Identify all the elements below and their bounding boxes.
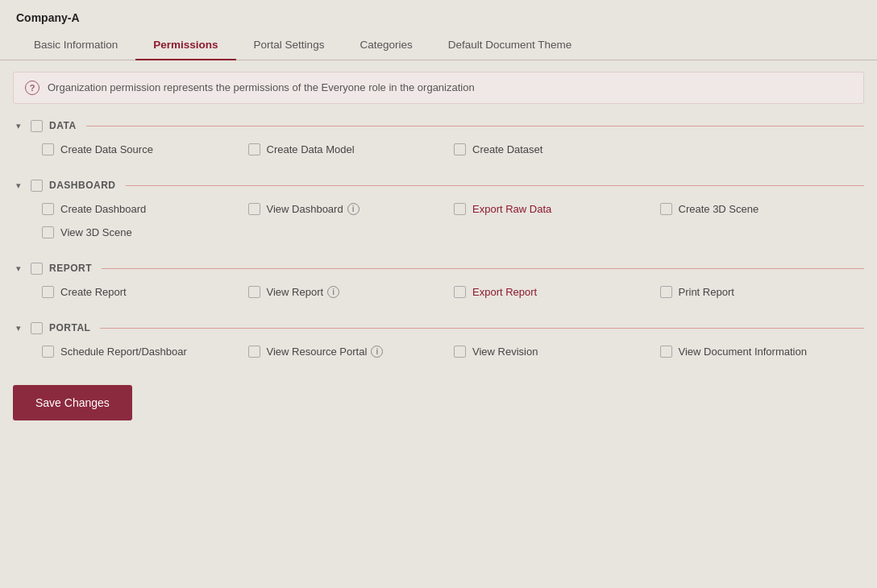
section-report: ▾REPORTCreate ReportView ReportiExport R…	[13, 255, 864, 309]
tab-categories[interactable]: Categories	[342, 31, 430, 60]
tab-permissions[interactable]: Permissions	[135, 31, 235, 60]
section-label-data: DATA	[49, 120, 77, 131]
perm-label-create-3d-scene: Create 3D Scene	[679, 203, 759, 215]
section-label-report: REPORT	[49, 263, 92, 274]
perm-checkbox-create-data-model[interactable]	[248, 143, 260, 155]
section-line-report	[102, 268, 864, 269]
permission-item-create-dashboard: Create Dashboard	[42, 203, 240, 215]
info-icon-view-report[interactable]: i	[327, 286, 339, 298]
section-dashboard: ▾DASHBOARDCreate DashboardView Dashboard…	[13, 172, 864, 250]
permission-item-print-report: Print Report	[660, 286, 858, 298]
perm-checkbox-create-dashboard[interactable]	[42, 203, 54, 215]
section-checkbox-portal[interactable]	[31, 322, 43, 334]
permission-item-export-report: Export Report	[454, 286, 652, 298]
chevron-icon-data[interactable]: ▾	[13, 120, 24, 131]
tab-basic-information[interactable]: Basic Information	[16, 31, 135, 60]
perm-checkbox-view-resource-portal[interactable]	[248, 346, 260, 358]
info-banner: ? Organization permission represents the…	[13, 72, 864, 104]
perm-label-export-report: Export Report	[472, 286, 537, 298]
perm-label-create-dataset: Create Dataset	[472, 143, 542, 155]
perm-label-schedule-report-dashboard: Schedule Report/Dashboar	[60, 346, 187, 358]
permission-item-view-report: View Reporti	[248, 286, 447, 298]
permission-item-schedule-report-dashboard: Schedule Report/Dashboar	[42, 346, 240, 358]
section-line-portal	[100, 328, 864, 329]
section-checkbox-data[interactable]	[31, 120, 43, 132]
permission-item-view-3d-scene: View 3D Scene	[42, 226, 240, 238]
tab-portal-settings[interactable]: Portal Settings	[236, 31, 343, 60]
permission-item-create-data-source: Create Data Source	[42, 143, 240, 155]
chevron-icon-dashboard[interactable]: ▾	[13, 180, 24, 191]
page-container: Company-A Basic InformationPermissionsPo…	[0, 0, 877, 588]
info-banner-text: Organization permission represents the p…	[48, 81, 475, 93]
perm-label-create-dashboard: Create Dashboard	[60, 203, 146, 215]
permission-item-create-report: Create Report	[42, 286, 240, 298]
perm-checkbox-create-report[interactable]	[42, 286, 54, 298]
perm-label-view-dashboard: View Dashboardi	[267, 203, 360, 215]
permission-item-create-dataset: Create Dataset	[454, 143, 652, 155]
perm-checkbox-create-3d-scene[interactable]	[660, 203, 672, 215]
permissions-grid-dashboard: Create DashboardView DashboardiExport Ra…	[13, 197, 864, 250]
perm-checkbox-view-dashboard[interactable]	[248, 203, 260, 215]
perm-label-view-resource-portal: View Resource Portali	[267, 346, 384, 358]
permission-item-export-raw-data: Export Raw Data	[454, 203, 652, 215]
section-header-portal: ▾PORTAL	[13, 314, 864, 339]
section-portal: ▾PORTALSchedule Report/DashboarView Reso…	[13, 314, 864, 369]
info-icon-view-resource-portal[interactable]: i	[371, 346, 383, 358]
perm-label-print-report: Print Report	[679, 286, 734, 298]
tabs-bar: Basic InformationPermissionsPortal Setti…	[0, 31, 877, 60]
permissions-grid-portal: Schedule Report/DashboarView Resource Po…	[13, 339, 864, 369]
perm-checkbox-schedule-report-dashboard[interactable]	[42, 346, 54, 358]
permissions-grid-report: Create ReportView ReportiExport ReportPr…	[13, 280, 864, 309]
section-line-dashboard	[126, 185, 865, 186]
permission-item-view-resource-portal: View Resource Portali	[248, 346, 447, 358]
perm-label-view-document-information: View Document Information	[679, 346, 807, 358]
perm-checkbox-create-data-source[interactable]	[42, 143, 54, 155]
permission-item-create-3d-scene: Create 3D Scene	[660, 203, 858, 215]
sections-container: ▾DATACreate Data SourceCreate Data Model…	[0, 112, 877, 369]
perm-checkbox-print-report[interactable]	[660, 286, 672, 298]
info-icon-view-dashboard[interactable]: i	[347, 203, 360, 215]
section-line-data	[86, 126, 864, 126]
perm-label-export-raw-data: Export Raw Data	[472, 203, 551, 215]
perm-checkbox-view-revision[interactable]	[454, 346, 466, 358]
perm-checkbox-export-raw-data[interactable]	[454, 203, 466, 215]
perm-checkbox-view-3d-scene[interactable]	[42, 226, 54, 238]
perm-label-create-data-model: Create Data Model	[267, 143, 355, 155]
section-data: ▾DATACreate Data SourceCreate Data Model…	[13, 112, 864, 167]
section-header-dashboard: ▾DASHBOARD	[13, 172, 864, 197]
section-header-report: ▾REPORT	[13, 255, 864, 280]
section-checkbox-report[interactable]	[31, 263, 43, 275]
section-label-portal: PORTAL	[49, 322, 90, 333]
permission-item-create-data-model: Create Data Model	[248, 143, 447, 155]
perm-checkbox-export-report[interactable]	[454, 286, 466, 298]
perm-label-create-report: Create Report	[60, 286, 127, 298]
perm-checkbox-create-dataset[interactable]	[454, 143, 466, 155]
chevron-icon-portal[interactable]: ▾	[13, 322, 24, 333]
tab-default-document-theme[interactable]: Default Document Theme	[430, 31, 590, 60]
perm-checkbox-view-document-information[interactable]	[660, 346, 672, 358]
info-banner-icon: ?	[25, 81, 39, 95]
perm-label-view-3d-scene: View 3D Scene	[60, 226, 132, 238]
chevron-icon-report[interactable]: ▾	[13, 263, 24, 274]
section-checkbox-dashboard[interactable]	[31, 180, 43, 192]
save-changes-button[interactable]: Save Changes	[13, 385, 132, 420]
section-header-data: ▾DATA	[13, 112, 864, 137]
perm-label-view-revision: View Revision	[472, 346, 538, 358]
section-label-dashboard: DASHBOARD	[49, 180, 116, 191]
perm-checkbox-view-report[interactable]	[248, 286, 260, 298]
permission-item-view-dashboard: View Dashboardi	[248, 203, 447, 215]
perm-label-view-report: View Reporti	[267, 286, 340, 298]
permission-item-view-revision: View Revision	[454, 346, 652, 358]
permission-item-view-document-information: View Document Information	[660, 346, 858, 358]
company-title: Company-A	[0, 0, 877, 31]
permissions-grid-data: Create Data SourceCreate Data ModelCreat…	[13, 137, 864, 167]
perm-label-create-data-source: Create Data Source	[60, 143, 153, 155]
